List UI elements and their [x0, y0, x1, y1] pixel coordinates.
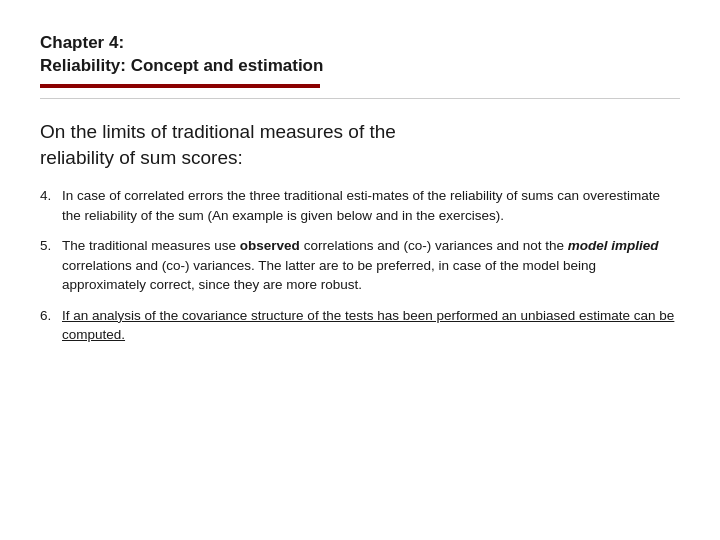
full-divider: [40, 98, 680, 99]
list-number-5: 5.: [40, 236, 62, 256]
list-number-6: 6.: [40, 306, 62, 326]
chapter-title: Chapter 4: Reliability: Concept and esti…: [40, 32, 680, 78]
header: Chapter 4: Reliability: Concept and esti…: [40, 32, 680, 111]
list-item-4: 4. In case of correlated errors the thre…: [40, 186, 680, 225]
list-item-6: 6. If an analysis of the covariance stru…: [40, 306, 680, 345]
chapter-title-line1: Chapter 4:: [40, 33, 124, 52]
list-item-5: 5. The traditional measures use observed…: [40, 236, 680, 295]
slide: Chapter 4: Reliability: Concept and esti…: [0, 0, 720, 540]
chapter-title-line2: Reliability: Concept and estimation: [40, 56, 323, 75]
section-title-line2: reliability of sum scores:: [40, 147, 243, 168]
list-text-5: The traditional measures use observed co…: [62, 236, 680, 295]
content-list: 4. In case of correlated errors the thre…: [40, 186, 680, 512]
accent-bar: [40, 84, 320, 88]
list-text-6: If an analysis of the covariance structu…: [62, 306, 680, 345]
section-title-line1: On the limits of traditional measures of…: [40, 121, 396, 142]
list-number-4: 4.: [40, 186, 62, 206]
bold-observed: observed: [240, 238, 300, 253]
list-text-4: In case of correlated errors the three t…: [62, 186, 680, 225]
bold-italic-model-implied: model implied: [568, 238, 659, 253]
section-title: On the limits of traditional measures of…: [40, 119, 680, 172]
